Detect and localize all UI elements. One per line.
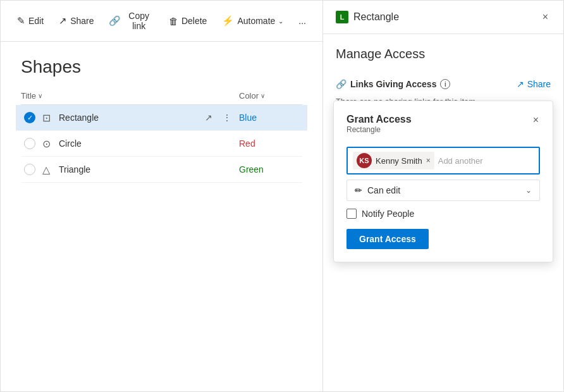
unchecked-circle bbox=[24, 138, 35, 149]
left-panel: ✎ Edit ↗ Share 🔗 Copy link 🗑 Delete ⚡ Au… bbox=[1, 1, 323, 391]
list-item[interactable]: ✓ ⊡ Rectangle ↗ ⋮ Blue bbox=[16, 105, 307, 131]
list-item[interactable]: ⊙ Circle ↗ ⋮ Red bbox=[21, 131, 302, 157]
title-sort-icon: ∨ bbox=[38, 92, 42, 99]
file-icon: L bbox=[336, 11, 348, 23]
permission-label: Can edit bbox=[367, 185, 400, 195]
notify-checkbox[interactable] bbox=[346, 209, 357, 219]
link-icon: 🔗 bbox=[109, 15, 121, 27]
row-more-button[interactable]: ⋮ bbox=[220, 137, 234, 150]
row-checkbox[interactable] bbox=[21, 138, 39, 149]
list-header: Title ∨ Color ∨ bbox=[21, 87, 302, 105]
copy-link-button[interactable]: 🔗 Copy link bbox=[102, 7, 159, 35]
chevron-down-icon: ⌄ bbox=[278, 18, 283, 25]
item-title: Rectangle bbox=[59, 113, 202, 123]
grant-popup-title-area: Grant Access Rectangle bbox=[346, 114, 412, 144]
row-share-button[interactable]: ↗ bbox=[202, 137, 215, 150]
delete-button[interactable]: 🗑 Delete bbox=[162, 12, 213, 30]
edit-button[interactable]: ✎ Edit bbox=[11, 11, 50, 30]
panel-title: Rectangle bbox=[353, 11, 399, 23]
item-icon: ⊡ bbox=[39, 110, 54, 125]
share-button[interactable]: ↗ Share bbox=[52, 11, 100, 30]
automate-button[interactable]: ⚡ Automate ⌄ bbox=[216, 11, 290, 30]
panel-header-left: L Rectangle bbox=[336, 11, 399, 23]
delete-icon: 🗑 bbox=[169, 16, 178, 27]
row-checkbox[interactable] bbox=[21, 164, 39, 175]
list-area: Title ∨ Color ∨ ✓ ⊡ Rectangle ↗ ⋮ Blue bbox=[1, 87, 322, 391]
more-button[interactable]: ... bbox=[292, 12, 312, 30]
list-item[interactable]: △ Triangle ↗ ⋮ Green bbox=[21, 157, 302, 183]
item-color: Blue bbox=[239, 113, 302, 123]
row-actions: ↗ ⋮ bbox=[202, 111, 234, 124]
grant-popup-title: Grant Access bbox=[346, 114, 412, 125]
links-icon: 🔗 bbox=[336, 79, 346, 89]
row-share-button[interactable]: ↗ bbox=[202, 163, 215, 176]
toolbar: ✎ Edit ↗ Share 🔗 Copy link 🗑 Delete ⚡ Au… bbox=[1, 1, 322, 42]
share-icon: ↗ bbox=[59, 15, 67, 27]
person-remove-button[interactable]: × bbox=[426, 157, 431, 164]
item-title: Triangle bbox=[59, 164, 202, 175]
person-name: Kenny Smith bbox=[376, 156, 422, 166]
unchecked-circle bbox=[24, 164, 35, 175]
people-input-area[interactable]: KS Kenny Smith × Add another bbox=[346, 147, 540, 175]
grant-access-popup: Grant Access Rectangle × KS Kenny Smith … bbox=[333, 101, 553, 262]
item-color: Green bbox=[239, 164, 302, 175]
row-more-button[interactable]: ⋮ bbox=[220, 111, 234, 124]
row-checkbox[interactable]: ✓ bbox=[21, 112, 39, 123]
permission-dropdown[interactable]: ✏ Can edit ⌄ bbox=[346, 180, 540, 201]
grant-popup-subtitle: Rectangle bbox=[346, 125, 412, 134]
panel-header: L Rectangle × bbox=[323, 1, 563, 34]
item-color: Red bbox=[239, 138, 302, 149]
grant-popup-header: Grant Access Rectangle × bbox=[346, 114, 540, 144]
check-icon: ✓ bbox=[24, 112, 35, 123]
edit-icon: ✎ bbox=[17, 15, 25, 27]
right-panel: L Rectangle × Manage Access 🔗 Links Givi… bbox=[323, 1, 563, 391]
item-title: Circle bbox=[59, 138, 202, 149]
grant-popup-close-button[interactable]: × bbox=[532, 114, 540, 126]
row-more-button[interactable]: ⋮ bbox=[220, 163, 234, 176]
notify-label: Notify People bbox=[362, 209, 414, 219]
person-avatar: KS bbox=[357, 153, 372, 168]
links-share-button[interactable]: ↗ Share bbox=[517, 79, 551, 89]
notify-row: Notify People bbox=[346, 209, 540, 219]
panel-close-button[interactable]: × bbox=[540, 9, 551, 25]
automate-icon: ⚡ bbox=[222, 15, 234, 27]
title-column-header: Title bbox=[21, 91, 36, 101]
grant-access-button[interactable]: Grant Access bbox=[346, 229, 429, 249]
pencil-icon: ✏ bbox=[355, 185, 362, 195]
add-another-placeholder: Add another bbox=[438, 156, 483, 166]
person-tag: KS Kenny Smith × bbox=[353, 152, 434, 169]
item-icon: △ bbox=[39, 162, 54, 177]
chevron-down-icon: ⌄ bbox=[525, 186, 532, 195]
page-title: Shapes bbox=[1, 42, 322, 87]
share-icon: ↗ bbox=[517, 79, 524, 89]
color-sort-icon: ∨ bbox=[261, 92, 265, 99]
links-section-title: 🔗 Links Giving Access i bbox=[336, 79, 450, 89]
permission-left: ✏ Can edit bbox=[355, 185, 400, 195]
item-icon: ⊙ bbox=[39, 136, 54, 151]
color-column-header: Color bbox=[239, 91, 259, 101]
row-share-button[interactable]: ↗ bbox=[202, 111, 215, 124]
links-section-header: 🔗 Links Giving Access i ↗ Share bbox=[336, 71, 551, 94]
links-info-icon[interactable]: i bbox=[440, 79, 450, 89]
manage-access-title: Manage Access bbox=[323, 34, 563, 71]
